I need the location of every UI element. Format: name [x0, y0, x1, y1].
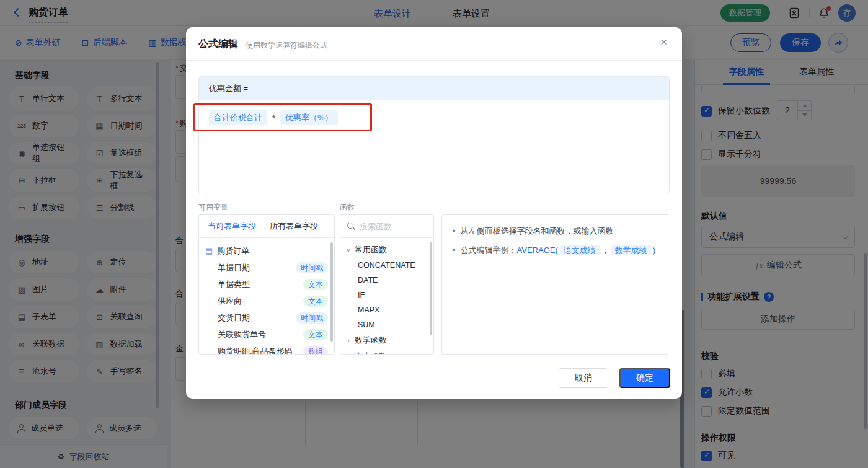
caret-down-icon: ∨ [345, 247, 352, 254]
variable-item[interactable]: 购货明细.商品条形码数组 [205, 343, 328, 355]
type-badge: 文本 [303, 296, 328, 307]
function-item[interactable]: SUM [345, 317, 428, 332]
caret-right-icon: › [345, 353, 352, 355]
modal-header: 公式编辑 使用数学运算符编辑公式 × [186, 27, 682, 61]
formula-editor[interactable]: 优惠金额 = 合计价税合计 * 优惠率（%） [198, 76, 670, 193]
variables-label: 可用变量 [198, 202, 228, 213]
variables-tabs: 当前表单字段 所有表单字段 [199, 215, 334, 238]
close-icon[interactable]: × [660, 36, 667, 48]
function-group-math[interactable]: ›数学函数 [345, 332, 428, 348]
type-badge: 文本 [303, 279, 328, 290]
function-search[interactable] [340, 215, 433, 238]
formula-edit-modal: 公式编辑 使用数学运算符编辑公式 × 优惠金额 = 合计价税合计 * 优惠率（%… [186, 27, 682, 399]
type-badge: 数组 [303, 346, 328, 355]
tab-all-form-fields[interactable]: 所有表单字段 [270, 221, 318, 232]
variable-item[interactable]: 交货日期时间戳 [205, 309, 328, 326]
formula-target: 优惠金额 = [199, 77, 669, 100]
hint-line-1: • 从左侧面板选择字段名和函数，或输入函数 [453, 224, 657, 237]
functions-label: 函数 [340, 202, 355, 213]
document-icon: ▤ [205, 246, 213, 255]
type-badge: 时间戳 [296, 262, 328, 273]
type-badge: 文本 [303, 329, 328, 340]
modal-subtitle: 使用数学运算符编辑公式 [246, 40, 327, 51]
functions-panel: ∨常用函数 CONCATENATE DATE IF MAPX SUM ›数学函数… [340, 214, 434, 355]
example-function: AVERAGE( [517, 245, 558, 255]
type-badge: 时间戳 [296, 312, 328, 324]
variable-item[interactable]: 关联购货单号文本 [205, 326, 328, 343]
function-item[interactable]: DATE [345, 273, 428, 288]
form-designer-screen: 购货订单 表单设计 表单设置 数据管理 存 ⊘表单外链 ⊡后端脚本 ▥数据权 预… [0, 0, 868, 468]
hints-panel: • 从左侧面板选择字段名和函数，或输入函数 • 公式编辑举例：AVERAGE(语… [441, 214, 668, 355]
variable-item[interactable]: 供应商文本 [205, 293, 328, 309]
cancel-button[interactable]: 取消 [559, 368, 608, 388]
functions-scrollbar[interactable] [430, 242, 432, 335]
caret-right-icon: › [345, 337, 352, 344]
tree-root[interactable]: ▤ 购货订单 [205, 242, 328, 259]
variables-scrollbar[interactable] [330, 242, 333, 342]
function-item[interactable]: CONCATENATE [345, 258, 428, 273]
variables-tree: ▤ 购货订单 单据日期时间戳 单据类型文本 供应商文本 交货日期时间戳 关联购货… [199, 238, 334, 355]
example-field-chip: 语文成绩 [560, 245, 600, 255]
function-search-input[interactable] [360, 222, 422, 231]
function-item[interactable]: IF [345, 288, 428, 302]
hint-line-2: • 公式编辑举例：AVERAGE(语文成绩，数学成绩) [453, 244, 657, 257]
variable-item[interactable]: 单据类型文本 [205, 276, 328, 293]
function-group-text[interactable]: ›文本函数 [345, 348, 428, 355]
function-group-common[interactable]: ∨常用函数 [345, 242, 428, 258]
functions-tree: ∨常用函数 CONCATENATE DATE IF MAPX SUM ›数学函数… [340, 238, 433, 355]
tab-current-form-fields[interactable]: 当前表单字段 [208, 221, 256, 232]
variable-item[interactable]: 单据日期时间戳 [205, 259, 328, 276]
search-icon [347, 222, 355, 231]
example-field-chip: 数学成绩 [611, 245, 651, 255]
function-item[interactable]: MAPX [345, 302, 428, 317]
modal-title: 公式编辑 [198, 38, 238, 51]
variables-panel: 当前表单字段 所有表单字段 ▤ 购货订单 单据日期时间戳 单据类型文本 供应商文… [198, 214, 335, 355]
confirm-button[interactable]: 确定 [619, 368, 670, 388]
annotation-highlight-box [193, 103, 372, 131]
